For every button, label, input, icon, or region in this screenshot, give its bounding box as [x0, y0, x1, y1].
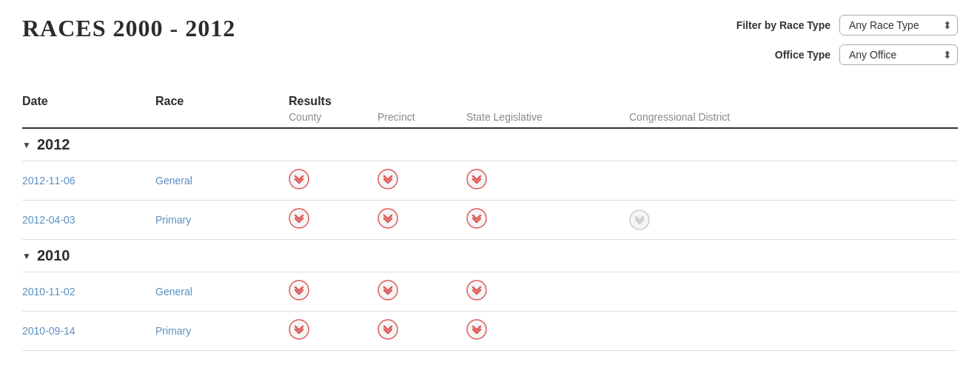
race-type-filter-label: Filter by Race Type — [736, 19, 830, 31]
county-icon-cell — [289, 319, 377, 343]
col-header-congressional-district: Congressional District — [629, 111, 822, 123]
year-collapse-arrow: ▼ — [22, 251, 31, 261]
county-icon-cell — [289, 169, 377, 192]
table-row: 2010-11-02 General — [22, 272, 958, 312]
congressional-district-icon-cell — [629, 209, 822, 230]
col-results-sub-headers: County Precinct State Legislative Congre… — [289, 111, 822, 123]
county-download-icon[interactable] — [289, 280, 309, 303]
col-header-precinct: Precinct — [377, 111, 466, 123]
state-legislative-icon-cell — [466, 169, 629, 192]
state-legislative-icon-cell — [466, 208, 629, 232]
county-download-icon[interactable] — [289, 169, 309, 192]
state-legislative-download-icon[interactable] — [466, 319, 487, 343]
year-collapse-arrow: ▼ — [22, 140, 31, 150]
row-date: 2012-04-03 — [22, 214, 155, 226]
precinct-icon-cell — [377, 169, 466, 192]
col-header-race: Race — [155, 95, 289, 123]
year-group-header[interactable]: ▼ 2012 — [22, 129, 958, 161]
filters-panel: Filter by Race Type Any Race Type Genera… — [736, 15, 958, 65]
row-race: Primary — [155, 325, 289, 337]
year-label: ▼ 2010 — [22, 247, 822, 264]
county-download-icon[interactable] — [289, 208, 309, 232]
county-download-icon[interactable] — [289, 319, 309, 343]
state-legislative-download-icon[interactable] — [466, 169, 487, 192]
col-header-state-legislative: State Legislative — [466, 111, 629, 123]
office-type-filter-row: Office Type Any Office Federal State Loc… — [775, 44, 958, 65]
table-row: 2012-04-03 Primary — [22, 201, 958, 240]
row-race: Primary — [155, 214, 289, 226]
precinct-download-icon[interactable] — [377, 169, 398, 192]
state-legislative-download-icon[interactable] — [466, 280, 487, 303]
precinct-icon-cell — [377, 208, 466, 232]
precinct-icon-cell — [377, 319, 466, 343]
precinct-download-icon[interactable] — [377, 280, 398, 303]
county-icon-cell — [289, 280, 377, 303]
row-date: 2010-09-14 — [22, 325, 155, 337]
office-type-select-wrapper: Any Office Federal State Local — [839, 44, 958, 65]
page-title: RACES 2000 - 2012 — [22, 15, 235, 42]
row-race: General — [155, 286, 289, 298]
row-date: 2010-11-02 — [22, 286, 155, 298]
table-body: ▼ 2012 2012-11-06 General — [22, 129, 958, 351]
year-label: ▼ 2012 — [22, 136, 822, 153]
year-group-header[interactable]: ▼ 2010 — [22, 240, 958, 272]
year-value: 2010 — [37, 247, 70, 264]
col-header-county: County — [289, 111, 377, 123]
congressional-district-icon[interactable] — [629, 209, 650, 230]
office-type-filter-label: Office Type — [775, 49, 830, 61]
precinct-icon-cell — [377, 280, 466, 303]
state-legislative-download-icon[interactable] — [466, 208, 487, 232]
col-results-title: Results — [289, 95, 822, 108]
row-race: General — [155, 175, 289, 187]
state-legislative-icon-cell — [466, 280, 629, 303]
table-header-row: Date Race Results County Precinct State … — [22, 95, 958, 127]
table-row: 2010-09-14 Primary — [22, 312, 958, 351]
col-header-date: Date — [22, 95, 155, 123]
year-value: 2012 — [37, 136, 70, 153]
table-row: 2012-11-06 General — [22, 161, 958, 201]
row-date: 2012-11-06 — [22, 175, 155, 187]
races-table: Date Race Results County Precinct State … — [22, 95, 958, 351]
state-legislative-icon-cell — [466, 319, 629, 343]
race-type-select[interactable]: Any Race Type General Primary Special — [839, 15, 958, 36]
county-icon-cell — [289, 208, 377, 232]
race-type-select-wrapper: Any Race Type General Primary Special — [839, 15, 958, 36]
precinct-download-icon[interactable] — [377, 208, 398, 232]
col-header-results: Results County Precinct State Legislativ… — [289, 95, 822, 123]
race-type-filter-row: Filter by Race Type Any Race Type Genera… — [736, 15, 958, 36]
office-type-select[interactable]: Any Office Federal State Local — [839, 44, 958, 65]
precinct-download-icon[interactable] — [377, 319, 398, 343]
